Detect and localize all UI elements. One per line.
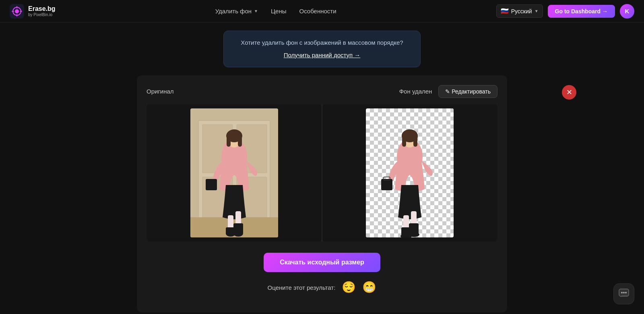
nav-features[interactable]: Особенности [299,8,336,15]
svg-rect-12 [238,135,242,147]
banner-text: Хотите удалить фон с изображений в массо… [233,38,411,48]
original-label: Оригинал [147,88,174,95]
flag-icon: 🇷🇺 [501,7,509,15]
dashboard-button[interactable]: Go to Dashboard → [548,5,615,18]
panel-headers: Оригинал Фон удален ✎ Редактировать [147,85,497,98]
logo-text: Erase.bg by PixelBin.io [28,5,56,17]
logo-subtitle: by PixelBin.io [28,12,56,17]
language-label: Русский [511,8,532,15]
processed-image [366,108,454,237]
svg-rect-28 [413,135,417,147]
download-section: Скачать исходный размер [147,253,497,272]
nav-remove-bg-label: Удалить фон [215,8,252,15]
happy-emoji-button[interactable]: 😁 [362,282,376,293]
divider [322,104,322,241]
images-row [147,104,497,241]
nav-remove-bg[interactable]: Удалить фон ▼ [215,8,258,15]
top-banner: Хотите удалить фон с изображений в массо… [223,31,421,67]
main-content: Хотите удалить фон с изображений в массо… [0,23,644,314]
rating-text: Оцените этот результат: [268,284,336,291]
svg-point-36 [408,232,419,237]
chat-icon [618,288,630,299]
logo-icon [10,4,24,19]
svg-rect-19 [233,223,243,233]
svg-rect-27 [402,135,406,147]
original-photo-svg [190,108,278,237]
early-access-link[interactable]: Получить ранний доступ → [284,52,361,58]
svg-rect-11 [227,135,231,147]
svg-rect-13 [206,179,217,190]
svg-point-40 [623,292,625,293]
chat-widget[interactable] [613,283,634,304]
processed-photo-svg [366,108,454,237]
navbar: Erase.bg by PixelBin.io Удалить фон ▼ Це… [0,0,644,23]
nav-features-label: Особенности [299,8,336,15]
rating-section: Оцените этот результат: 😌 😁 [147,282,497,293]
nav-pricing-label: Цены [271,8,287,15]
close-button[interactable]: ✕ [562,85,576,100]
edit-button[interactable]: ✎ Редактировать [438,85,497,98]
svg-rect-29 [381,179,392,190]
chevron-down-icon: ▼ [254,9,258,13]
lang-chevron-icon: ▼ [535,9,539,13]
processed-image-container [322,104,497,241]
original-image [190,108,278,237]
result-panel: Оригинал Фон удален ✎ Редактировать [137,75,507,313]
nav-right: 🇷🇺 Русский ▼ Go to Dashboard → K [496,4,634,19]
nav-pricing[interactable]: Цены [271,8,287,15]
language-selector[interactable]: 🇷🇺 Русский ▼ [496,4,543,18]
sad-emoji-button[interactable]: 😌 [342,282,356,293]
processed-label: Фон удален [399,88,432,95]
nav-menu: Удалить фон ▼ Цены Особенности [215,8,336,15]
logo-title: Erase.bg [28,5,56,12]
svg-point-39 [621,292,623,293]
svg-point-41 [625,292,627,293]
avatar[interactable]: K [620,4,634,19]
original-image-container [147,104,322,241]
download-button[interactable]: Скачать исходный размер [264,253,380,272]
logo-area: Erase.bg by PixelBin.io [10,4,56,19]
